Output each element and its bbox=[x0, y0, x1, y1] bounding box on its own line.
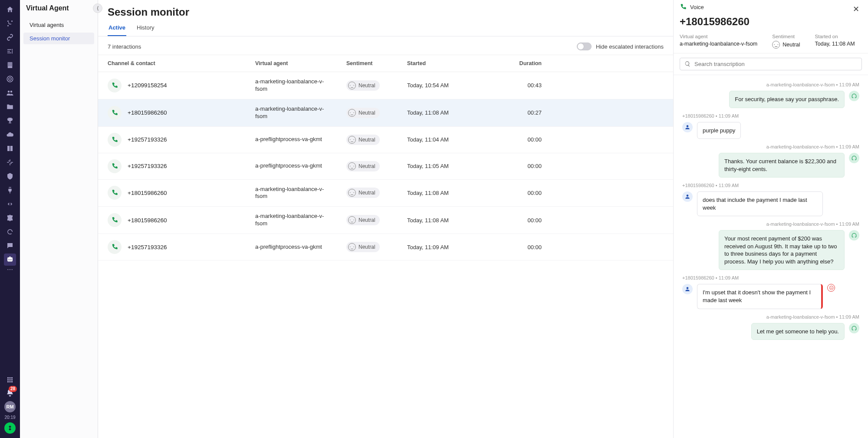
message-row: I'm upset that it doesn't show the payme… bbox=[682, 284, 859, 309]
sidebar-title: Virtual Agent bbox=[20, 0, 98, 14]
building-icon[interactable] bbox=[4, 59, 16, 71]
col-started: Started bbox=[407, 60, 498, 66]
agent-cell: a-preflightprocess-va-gkmt bbox=[255, 244, 346, 251]
message-meta: +18015986260 • 11:09 AM bbox=[682, 275, 859, 280]
table-row[interactable]: +18015986260a-marketing-loanbalance-v-fs… bbox=[98, 180, 673, 207]
sentiment-pill: ·_·Neutral bbox=[346, 215, 380, 225]
puzzle-icon[interactable] bbox=[4, 212, 16, 224]
close-panel-button[interactable]: ✕ bbox=[850, 3, 862, 15]
book-icon[interactable] bbox=[4, 142, 16, 155]
table-row[interactable]: +18015986260a-marketing-loanbalance-v-fs… bbox=[98, 207, 673, 234]
user-avatar-icon bbox=[682, 191, 693, 202]
table-row[interactable]: +12099158254a-marketing-loanbalance-v-fs… bbox=[98, 72, 673, 99]
flow-icon[interactable] bbox=[4, 156, 16, 168]
neutral-face-icon: ·_· bbox=[348, 82, 356, 89]
branch-icon[interactable] bbox=[4, 17, 16, 30]
hide-escalated-label: Hide escalated interactions bbox=[596, 43, 664, 50]
bot-icon[interactable] bbox=[4, 254, 16, 266]
voice-icon bbox=[108, 106, 122, 120]
neutral-face-icon: ·_· bbox=[348, 109, 356, 117]
hide-escalated-toggle[interactable] bbox=[577, 43, 592, 50]
search-icon bbox=[684, 61, 691, 67]
time-label: 20:19 bbox=[4, 415, 15, 420]
message-bubble: does that include the payment I made las… bbox=[697, 191, 823, 216]
voice-icon bbox=[108, 79, 122, 92]
users-icon[interactable] bbox=[4, 87, 16, 99]
table-row[interactable]: +19257193326a-preflightprocess-va-gkmt·_… bbox=[98, 153, 673, 180]
meta-sent-value: ·_· Neutral bbox=[772, 41, 800, 49]
apps-icon[interactable] bbox=[4, 374, 16, 386]
settings-icon[interactable] bbox=[4, 45, 16, 57]
duration-cell: 00:00 bbox=[498, 217, 550, 224]
duration-cell: 00:00 bbox=[498, 244, 550, 250]
voice-icon bbox=[108, 240, 122, 254]
avatar[interactable]: RM bbox=[4, 401, 16, 412]
table-header: Channel & contact Virtual agent Sentimen… bbox=[98, 55, 673, 72]
table-row[interactable]: +18015986260a-marketing-loanbalance-v-fs… bbox=[98, 99, 673, 127]
message-row: For security, please say your passphrase… bbox=[682, 91, 859, 108]
agent-cell: a-marketing-loanbalance-v-fsom bbox=[255, 105, 346, 120]
tab-active[interactable]: Active bbox=[108, 21, 126, 36]
meta-sent-label: Sentiment bbox=[772, 34, 800, 39]
plug-icon[interactable] bbox=[4, 184, 16, 196]
agent-cell: a-preflightprocess-va-gkmt bbox=[255, 162, 346, 170]
voice-icon bbox=[108, 186, 122, 200]
started-cell: Today, 11:05 AM bbox=[407, 163, 498, 169]
message-row: Your most recent payment of $200 was rec… bbox=[682, 230, 859, 270]
voice-icon bbox=[108, 159, 122, 173]
shield-icon[interactable] bbox=[4, 170, 16, 182]
contact-number: +18015986260 bbox=[128, 190, 167, 196]
tabs: Active History bbox=[98, 21, 673, 36]
agent-cell: a-preflightprocess-va-gkmt bbox=[255, 136, 346, 143]
link-icon[interactable] bbox=[4, 31, 16, 43]
meta-va-value: a-marketing-loanbalance-v-fsom bbox=[680, 41, 757, 47]
channel-chip: Voice bbox=[680, 3, 704, 10]
contact-number: +19257193326 bbox=[128, 244, 167, 250]
sidebar-item-virtual-agents[interactable]: Virtual agents bbox=[23, 19, 94, 31]
cloud-icon[interactable] bbox=[4, 128, 16, 141]
notifications-button[interactable]: 28 bbox=[6, 389, 14, 398]
col-agent: Virtual agent bbox=[255, 60, 346, 66]
agent-avatar-icon bbox=[849, 323, 859, 333]
meta-started-value: Today, 11:08 AM bbox=[815, 41, 855, 47]
message-row: does that include the payment I made las… bbox=[682, 191, 859, 216]
tab-history[interactable]: History bbox=[136, 21, 155, 36]
message-meta: a-marketing-loanbalance-v-fsom • 11:09 A… bbox=[682, 221, 859, 227]
neutral-face-icon: ·_· bbox=[772, 41, 780, 49]
home-icon[interactable] bbox=[4, 3, 16, 16]
folder-icon[interactable] bbox=[4, 101, 16, 113]
user-avatar-icon bbox=[682, 284, 693, 294]
trophy-icon[interactable] bbox=[4, 115, 16, 127]
sidebar-item-session-monitor[interactable]: Session monitor bbox=[23, 33, 94, 44]
started-cell: Today, 11:08 AM bbox=[407, 217, 498, 224]
target-icon[interactable] bbox=[4, 73, 16, 85]
reload-icon[interactable] bbox=[4, 226, 16, 238]
code-icon[interactable] bbox=[4, 198, 16, 210]
page-title: Session monitor bbox=[98, 0, 673, 21]
table-row[interactable]: +19257193326a-preflightprocess-va-gkmt·_… bbox=[98, 234, 673, 260]
duration-cell: 00:00 bbox=[498, 163, 550, 169]
sentiment-pill: ·_·Neutral bbox=[346, 135, 380, 145]
message-meta: +18015986260 • 11:09 AM bbox=[682, 113, 859, 119]
neutral-face-icon: ·_· bbox=[348, 243, 356, 251]
more-icon[interactable]: ⋯ bbox=[7, 267, 13, 272]
table-row[interactable]: +19257193326a-preflightprocess-va-gkmt·_… bbox=[98, 127, 673, 153]
message-meta: a-marketing-loanbalance-v-fsom • 11:09 A… bbox=[682, 144, 859, 149]
sentiment-pill: ·_·Neutral bbox=[346, 161, 380, 171]
user-avatar-icon bbox=[682, 122, 693, 132]
chat-icon[interactable] bbox=[4, 240, 16, 252]
voice-icon bbox=[108, 133, 122, 147]
transcript-search[interactable] bbox=[680, 58, 862, 70]
contact-number: +18015986260 bbox=[128, 109, 167, 116]
message-bubble: Let me get someone to help you. bbox=[751, 323, 845, 340]
collapse-sidebar-button[interactable]: ⟨ bbox=[93, 3, 102, 13]
message-bubble: Thanks. Your current balance is $22,300 … bbox=[719, 153, 845, 178]
sentiment-pill: ·_·Neutral bbox=[346, 242, 380, 252]
message-meta: +18015986260 • 11:09 AM bbox=[682, 183, 859, 188]
interaction-count: 7 interactions bbox=[108, 43, 141, 50]
transcript-search-input[interactable] bbox=[694, 61, 857, 67]
contact-number: +19257193326 bbox=[128, 136, 167, 143]
app-switcher-icon[interactable] bbox=[4, 422, 16, 434]
meta-started-label: Started on bbox=[815, 34, 855, 39]
agent-avatar-icon bbox=[849, 230, 859, 240]
